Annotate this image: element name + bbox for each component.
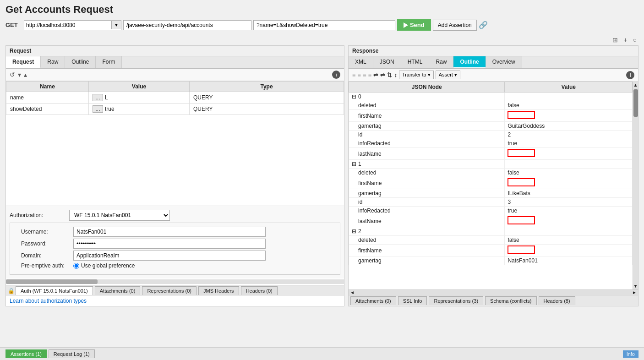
expand-icon[interactable]: ⊟ — [352, 161, 356, 167]
tab-raw[interactable]: Raw — [41, 56, 65, 68]
scrollbar-thumb[interactable] — [633, 89, 638, 117]
json-value: true — [505, 207, 633, 215]
json-node: ⊟2 — [349, 227, 505, 236]
col-header-json-value: Value — [505, 82, 633, 93]
align-icon-1[interactable]: ≡ — [352, 71, 356, 78]
send-button[interactable]: Send — [397, 19, 431, 31]
tab-outline[interactable]: Outline — [65, 56, 96, 68]
expand-icon[interactable]: ⊟ — [352, 93, 356, 100]
tab-outline-response[interactable]: Outline — [453, 56, 486, 68]
info-icon-response[interactable]: i — [626, 71, 634, 79]
json-node: lastName — [349, 148, 505, 160]
align-icon-3[interactable]: ≡ — [363, 71, 366, 78]
json-value — [505, 93, 633, 101]
json-node: firstName — [349, 245, 505, 256]
btab-resp-representations[interactable]: Representations (3) — [429, 296, 483, 305]
url-host-dropdown[interactable]: ▼ — [111, 21, 121, 29]
btab-schema[interactable]: Schema (conflicts) — [485, 296, 536, 305]
transfer-to-button[interactable]: Transfer to ▾ — [399, 71, 434, 79]
url-path-input[interactable] — [123, 20, 251, 30]
ellipsis-btn[interactable]: … — [93, 105, 103, 113]
chevron-down-icon[interactable]: ▾ — [18, 71, 21, 78]
param-type: QUERY — [190, 104, 344, 115]
list-item: id 3 — [349, 198, 633, 207]
json-node: ⊟0 — [349, 93, 505, 101]
btab-request-log[interactable]: Request Log (1) — [49, 349, 95, 358]
password-input[interactable] — [73, 239, 266, 249]
red-box-value[interactable] — [508, 149, 535, 157]
add-assertion-button[interactable]: Add Assertion — [433, 20, 477, 31]
red-box-value[interactable] — [508, 111, 535, 119]
tab-raw[interactable]: Raw — [429, 56, 453, 68]
align-icon-7[interactable]: ⇅ — [387, 71, 392, 78]
domain-input[interactable] — [73, 251, 266, 261]
red-box-value[interactable] — [508, 216, 535, 224]
btab-attachments[interactable]: Attachments (0) — [95, 286, 141, 295]
scrollbar-down-arrow[interactable]: ▼ — [633, 283, 638, 289]
info-badge[interactable]: Info — [623, 350, 639, 358]
preemptive-radio-label[interactable]: Use global preference — [73, 262, 135, 269]
json-value: 2 — [505, 131, 633, 139]
btab-representations[interactable]: Representations (0) — [142, 286, 196, 295]
param-name: name — [6, 92, 89, 104]
tab-form[interactable]: Form — [96, 56, 122, 68]
lock-icon: 🔒 — [8, 288, 15, 294]
toolbar-icon-3[interactable]: ○ — [631, 35, 639, 44]
toolbar-icon-1[interactable]: ⊞ — [611, 35, 620, 44]
tab-request[interactable]: Request — [6, 56, 41, 68]
tab-overview[interactable]: Overview — [486, 56, 522, 68]
chevron-up-icon[interactable]: ▴ — [24, 71, 27, 78]
assert-button[interactable]: Assert ▾ — [436, 71, 460, 79]
tab-json[interactable]: JSON — [373, 56, 401, 68]
scrollbar-up-arrow[interactable]: ▲ — [633, 82, 638, 88]
url-params-input[interactable] — [253, 20, 395, 30]
red-box-value[interactable] — [508, 178, 535, 186]
domain-label: Domain: — [14, 252, 73, 259]
list-item: lastName — [349, 215, 633, 227]
list-item: deleted false — [349, 101, 633, 110]
preemptive-value: Use global preference — [81, 262, 135, 269]
tab-html[interactable]: HTML — [401, 56, 430, 68]
list-item: ⊟1 — [349, 160, 633, 169]
list-item: lastName — [349, 148, 633, 160]
tab-xml[interactable]: XML — [349, 56, 373, 68]
red-box-value[interactable] — [508, 245, 535, 254]
json-value: ILikeBats — [505, 189, 633, 198]
auth-select[interactable]: WF 15.0.1 NatsFan001 — [69, 210, 170, 221]
expand-icon[interactable]: ⊟ — [352, 228, 356, 235]
btab-resp-headers[interactable]: Headers (8) — [539, 296, 575, 305]
align-icon-2[interactable]: ≡ — [358, 71, 361, 78]
horizontal-scrollbar[interactable] — [6, 279, 344, 284]
align-icon-5[interactable]: ⇌ — [373, 71, 378, 78]
btab-jms[interactable]: JMS Headers — [198, 286, 239, 295]
json-node: ⊟1 — [349, 160, 505, 169]
json-node: deleted — [349, 101, 505, 110]
btab-ssl-info[interactable]: SSL Info — [398, 296, 427, 305]
h-scroll-left[interactable]: ◄ — [349, 290, 356, 295]
username-input[interactable] — [73, 227, 266, 237]
learn-auth-link[interactable]: Learn about authorization types — [6, 296, 344, 306]
align-icon-4[interactable]: ≡ — [368, 71, 372, 78]
btab-auth[interactable]: Auth (WF 15.0.1 NatsFan001) — [16, 286, 93, 295]
h-scroll-right[interactable]: ► — [631, 290, 638, 295]
toolbar-icon-2[interactable]: + — [622, 35, 629, 44]
param-value: …L — [89, 92, 190, 104]
btab-assertions[interactable]: Assertions (1) — [5, 349, 47, 358]
page-title: Get Accounts Request — [5, 4, 639, 16]
json-node: infoRedacted — [349, 139, 505, 148]
link-icon[interactable]: 🔗 — [479, 21, 488, 29]
ellipsis-btn[interactable]: … — [93, 94, 103, 101]
list-item: deleted false — [349, 169, 633, 177]
json-value — [505, 177, 633, 189]
table-row: showDeleted …true QUERY — [6, 104, 344, 115]
align-icon-8[interactable]: ↕ — [394, 71, 397, 78]
auth-label: Authorization: — [10, 212, 69, 218]
preemptive-radio[interactable] — [73, 263, 79, 269]
refresh-icon[interactable]: ↺ — [10, 71, 15, 78]
url-host-input[interactable] — [24, 21, 111, 30]
btab-headers[interactable]: Headers (0) — [241, 286, 278, 295]
align-icon-6[interactable]: ⇌ — [380, 71, 385, 78]
list-item: id 2 — [349, 131, 633, 139]
btab-resp-attachments[interactable]: Attachments (0) — [350, 296, 396, 305]
info-icon-request[interactable]: i — [332, 71, 340, 79]
